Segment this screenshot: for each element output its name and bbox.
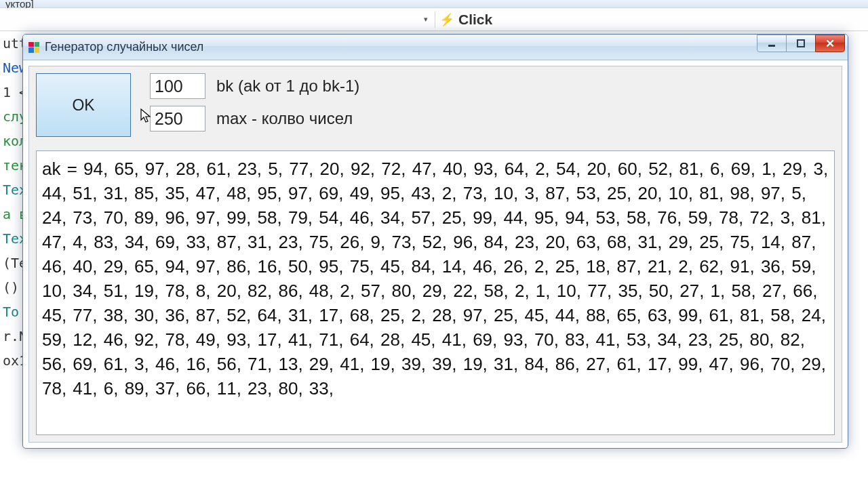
close-icon: ✕ [825,37,835,51]
svg-rect-1 [797,40,804,47]
bk-label: bk (ak от 1 до bk-1) [216,77,359,96]
window-title: Генератор случайных чисел [45,40,203,54]
max-label: max - колво чисел [216,109,353,128]
bk-input[interactable] [150,73,205,99]
dropdown-arrow-icon[interactable]: ▾ [420,14,431,26]
max-input[interactable] [150,106,205,131]
titlebar[interactable]: Генератор случайных чисел ✕ [23,35,848,60]
ok-button[interactable]: OK [36,73,131,137]
ide-toolbar: ▾ ⚡ Click [0,8,868,31]
maximize-button[interactable] [786,35,816,52]
output-textbox[interactable]: ak = 94, 65, 97, 28, 61, 23, 5, 77, 20, … [36,150,835,435]
window-controls: ✕ [757,35,845,52]
client-area: OK bk (ak от 1 до bk-1) max - колво чисе… [28,66,842,443]
svg-rect-0 [768,45,775,47]
close-button[interactable]: ✕ [815,35,845,52]
ide-tab-bar: уктор] [0,0,868,8]
app-window: Генератор случайных чисел ✕ OK bk (ak от… [22,34,848,449]
minimize-button[interactable] [757,35,787,52]
separator [435,12,435,28]
app-icon [28,42,39,53]
bolt-icon: ⚡ [439,12,454,27]
event-name[interactable]: Click [458,12,492,28]
